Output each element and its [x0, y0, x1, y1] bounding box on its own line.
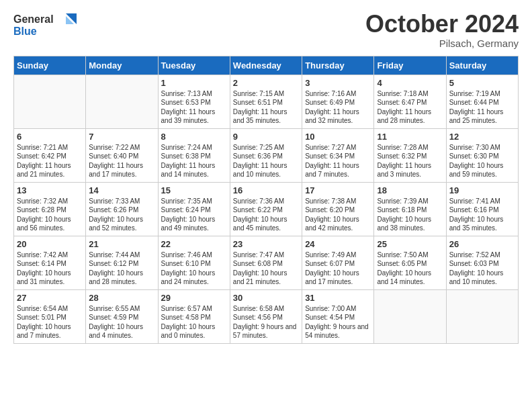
week-row-3: 13Sunrise: 7:32 AM Sunset: 6:28 PM Dayli… — [14, 182, 519, 236]
day-header-sunday: Sunday — [14, 56, 86, 75]
logo: General Blue — [13, 11, 81, 43]
date-number: 26 — [449, 239, 515, 249]
calendar-cell: 1Sunrise: 7:13 AM Sunset: 6:53 PM Daylig… — [158, 75, 230, 128]
cell-info: Sunrise: 7:13 AM Sunset: 6:53 PM Dayligh… — [161, 89, 227, 126]
calendar-cell: 13Sunrise: 7:32 AM Sunset: 6:28 PM Dayli… — [14, 182, 86, 236]
date-number: 27 — [17, 293, 83, 303]
day-header-wednesday: Wednesday — [230, 56, 302, 75]
cell-info: Sunrise: 7:49 AM Sunset: 6:07 PM Dayligh… — [305, 250, 371, 287]
date-number: 8 — [161, 132, 227, 142]
date-number: 6 — [17, 132, 83, 142]
cell-info: Sunrise: 7:41 AM Sunset: 6:16 PM Dayligh… — [449, 197, 515, 233]
cell-info: Sunrise: 7:38 AM Sunset: 6:20 PM Dayligh… — [305, 197, 371, 233]
date-number: 18 — [377, 185, 443, 195]
cell-info: Sunrise: 7:22 AM Sunset: 6:40 PM Dayligh… — [89, 143, 154, 179]
date-number: 16 — [233, 185, 299, 195]
calendar-cell: 8Sunrise: 7:24 AM Sunset: 6:38 PM Daylig… — [158, 128, 230, 182]
calendar-cell: 29Sunrise: 6:57 AM Sunset: 4:58 PM Dayli… — [158, 289, 230, 343]
calendar-cell: 21Sunrise: 7:44 AM Sunset: 6:12 PM Dayli… — [86, 236, 158, 289]
date-number: 11 — [377, 132, 443, 142]
cell-info: Sunrise: 7:33 AM Sunset: 6:26 PM Dayligh… — [89, 197, 154, 233]
day-header-row: SundayMondayTuesdayWednesdayThursdayFrid… — [14, 56, 519, 75]
calendar-cell: 20Sunrise: 7:42 AM Sunset: 6:14 PM Dayli… — [14, 236, 86, 289]
date-number: 21 — [89, 239, 154, 249]
svg-text:General: General — [13, 13, 54, 25]
cell-info: Sunrise: 7:30 AM Sunset: 6:30 PM Dayligh… — [449, 143, 515, 179]
calendar-cell — [14, 75, 86, 128]
date-number: 29 — [161, 293, 227, 303]
cell-info: Sunrise: 7:27 AM Sunset: 6:34 PM Dayligh… — [305, 143, 371, 179]
date-number: 7 — [89, 132, 154, 142]
date-number: 19 — [449, 185, 515, 195]
date-number: 31 — [305, 293, 371, 303]
svg-text:Blue: Blue — [13, 26, 37, 37]
cell-info: Sunrise: 7:18 AM Sunset: 6:47 PM Dayligh… — [377, 89, 443, 126]
cell-info: Sunrise: 7:28 AM Sunset: 6:32 PM Dayligh… — [377, 143, 443, 179]
cell-info: Sunrise: 7:21 AM Sunset: 6:42 PM Dayligh… — [17, 143, 83, 179]
date-number: 5 — [449, 78, 515, 88]
cell-info: Sunrise: 7:00 AM Sunset: 4:54 PM Dayligh… — [305, 304, 371, 340]
calendar-cell: 12Sunrise: 7:30 AM Sunset: 6:30 PM Dayli… — [446, 128, 518, 182]
date-number: 30 — [233, 293, 299, 303]
calendar-cell: 31Sunrise: 7:00 AM Sunset: 4:54 PM Dayli… — [302, 289, 374, 343]
cell-info: Sunrise: 6:58 AM Sunset: 4:56 PM Dayligh… — [233, 304, 299, 340]
header: General Blue October 2024 Pilsach, Germa… — [13, 11, 519, 49]
week-row-1: 1Sunrise: 7:13 AM Sunset: 6:53 PM Daylig… — [14, 75, 519, 128]
day-header-monday: Monday — [86, 56, 158, 75]
calendar-cell: 2Sunrise: 7:15 AM Sunset: 6:51 PM Daylig… — [230, 75, 302, 128]
cell-info: Sunrise: 7:52 AM Sunset: 6:03 PM Dayligh… — [449, 250, 515, 287]
calendar-cell: 30Sunrise: 6:58 AM Sunset: 4:56 PM Dayli… — [230, 289, 302, 343]
calendar-cell: 3Sunrise: 7:16 AM Sunset: 6:49 PM Daylig… — [302, 75, 374, 128]
week-row-5: 27Sunrise: 6:54 AM Sunset: 5:01 PM Dayli… — [14, 289, 519, 343]
calendar-container: General Blue October 2024 Pilsach, Germa… — [0, 0, 532, 355]
cell-info: Sunrise: 7:19 AM Sunset: 6:44 PM Dayligh… — [449, 89, 515, 126]
cell-info: Sunrise: 6:54 AM Sunset: 5:01 PM Dayligh… — [17, 304, 83, 340]
date-number: 22 — [161, 239, 227, 249]
cell-info: Sunrise: 7:32 AM Sunset: 6:28 PM Dayligh… — [17, 197, 83, 233]
date-number: 25 — [377, 239, 443, 249]
day-header-saturday: Saturday — [446, 56, 518, 75]
calendar-cell: 17Sunrise: 7:38 AM Sunset: 6:20 PM Dayli… — [302, 182, 374, 236]
date-number: 15 — [161, 185, 227, 195]
month-title: October 2024 — [365, 11, 519, 38]
calendar-cell: 26Sunrise: 7:52 AM Sunset: 6:03 PM Dayli… — [446, 236, 518, 289]
calendar-cell — [374, 289, 446, 343]
date-number: 4 — [377, 78, 443, 88]
date-number: 3 — [305, 78, 371, 88]
calendar-cell: 27Sunrise: 6:54 AM Sunset: 5:01 PM Dayli… — [14, 289, 86, 343]
calendar-cell: 9Sunrise: 7:25 AM Sunset: 6:36 PM Daylig… — [230, 128, 302, 182]
calendar-cell — [446, 289, 518, 343]
calendar-cell: 28Sunrise: 6:55 AM Sunset: 4:59 PM Dayli… — [86, 289, 158, 343]
calendar-cell: 18Sunrise: 7:39 AM Sunset: 6:18 PM Dayli… — [374, 182, 446, 236]
calendar-cell: 10Sunrise: 7:27 AM Sunset: 6:34 PM Dayli… — [302, 128, 374, 182]
calendar-cell: 4Sunrise: 7:18 AM Sunset: 6:47 PM Daylig… — [374, 75, 446, 128]
calendar-cell: 23Sunrise: 7:47 AM Sunset: 6:08 PM Dayli… — [230, 236, 302, 289]
cell-info: Sunrise: 7:16 AM Sunset: 6:49 PM Dayligh… — [305, 89, 371, 126]
cell-info: Sunrise: 7:47 AM Sunset: 6:08 PM Dayligh… — [233, 250, 299, 287]
cell-info: Sunrise: 7:42 AM Sunset: 6:14 PM Dayligh… — [17, 250, 83, 287]
cell-info: Sunrise: 7:36 AM Sunset: 6:22 PM Dayligh… — [233, 197, 299, 233]
day-header-tuesday: Tuesday — [158, 56, 230, 75]
date-number: 23 — [233, 239, 299, 249]
date-number: 20 — [17, 239, 83, 249]
date-number: 9 — [233, 132, 299, 142]
date-number: 10 — [305, 132, 371, 142]
calendar-cell: 15Sunrise: 7:35 AM Sunset: 6:24 PM Dayli… — [158, 182, 230, 236]
calendar-table: SundayMondayTuesdayWednesdayThursdayFrid… — [13, 56, 519, 344]
cell-info: Sunrise: 7:44 AM Sunset: 6:12 PM Dayligh… — [89, 250, 154, 287]
cell-info: Sunrise: 7:24 AM Sunset: 6:38 PM Dayligh… — [161, 143, 227, 179]
week-row-4: 20Sunrise: 7:42 AM Sunset: 6:14 PM Dayli… — [14, 236, 519, 289]
cell-info: Sunrise: 7:50 AM Sunset: 6:05 PM Dayligh… — [377, 250, 443, 287]
week-row-2: 6Sunrise: 7:21 AM Sunset: 6:42 PM Daylig… — [14, 128, 519, 182]
cell-info: Sunrise: 6:57 AM Sunset: 4:58 PM Dayligh… — [161, 304, 227, 340]
location: Pilsach, Germany — [365, 38, 519, 49]
calendar-cell — [86, 75, 158, 128]
date-number: 24 — [305, 239, 371, 249]
date-number: 14 — [89, 185, 154, 195]
logo-text: General Blue — [13, 11, 81, 43]
calendar-cell: 14Sunrise: 7:33 AM Sunset: 6:26 PM Dayli… — [86, 182, 158, 236]
date-number: 13 — [17, 185, 83, 195]
date-number: 1 — [161, 78, 227, 88]
calendar-cell: 24Sunrise: 7:49 AM Sunset: 6:07 PM Dayli… — [302, 236, 374, 289]
date-number: 28 — [89, 293, 154, 303]
